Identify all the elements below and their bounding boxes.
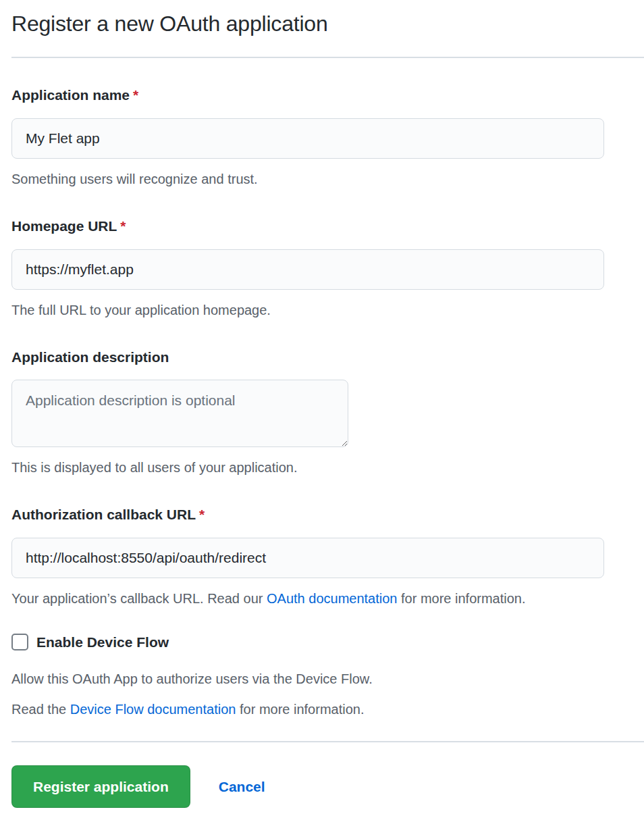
application-name-help: Something users will recognize and trust… (11, 172, 644, 186)
form-actions: Register application Cancel (11, 765, 644, 808)
oauth-registration-form: Register a new OAuth application Applica… (0, 10, 644, 808)
device-flow-row: Enable Device Flow (11, 634, 644, 650)
device-flow-group: Enable Device Flow Allow this OAuth App … (11, 634, 644, 717)
device-flow-read-text-after: for more information. (236, 702, 364, 717)
actions-divider (11, 741, 644, 742)
required-asterisk: * (120, 218, 126, 234)
callback-url-label-text: Authorization callback URL (11, 507, 196, 522)
application-name-group: Application name* Something users will r… (11, 87, 644, 186)
device-flow-help: Allow this OAuth App to authorize users … (11, 671, 644, 686)
callback-url-help-text-after: for more information. (397, 591, 525, 606)
homepage-url-help: The full URL to your application homepag… (11, 303, 644, 317)
device-flow-read-text: Read the (11, 702, 70, 717)
application-description-label-text: Application description (11, 349, 169, 365)
callback-url-label: Authorization callback URL* (11, 507, 644, 523)
homepage-url-label: Homepage URL* (11, 218, 644, 234)
homepage-url-label-text: Homepage URL (11, 218, 117, 234)
application-name-label: Application name* (11, 87, 644, 103)
application-description-help: This is displayed to all users of your a… (11, 460, 644, 475)
homepage-url-input[interactable] (11, 249, 604, 290)
callback-url-help: Your application’s callback URL. Read ou… (11, 591, 644, 606)
homepage-url-group: Homepage URL* The full URL to your appli… (11, 218, 644, 317)
application-description-group: Application description This is displaye… (11, 349, 644, 475)
required-asterisk: * (133, 87, 138, 103)
required-asterisk: * (199, 507, 205, 522)
title-divider (11, 57, 644, 58)
cancel-link[interactable]: Cancel (219, 779, 265, 795)
page-title: Register a new OAuth application (11, 10, 644, 37)
device-flow-checkbox[interactable] (11, 634, 28, 650)
device-flow-label[interactable]: Enable Device Flow (36, 634, 169, 650)
callback-url-input[interactable] (11, 538, 604, 578)
application-description-textarea[interactable] (11, 380, 348, 447)
application-name-input[interactable] (11, 118, 604, 159)
callback-url-help-text: Your application’s callback URL. Read ou… (11, 591, 267, 606)
device-flow-documentation-link[interactable]: Device Flow documentation (70, 702, 236, 717)
application-name-label-text: Application name (11, 87, 130, 103)
device-flow-read-more: Read the Device Flow documentation for m… (11, 702, 644, 717)
callback-url-group: Authorization callback URL* Your applica… (11, 507, 644, 606)
oauth-documentation-link[interactable]: OAuth documentation (267, 591, 397, 606)
register-application-button[interactable]: Register application (11, 765, 190, 808)
application-description-label: Application description (11, 349, 644, 365)
